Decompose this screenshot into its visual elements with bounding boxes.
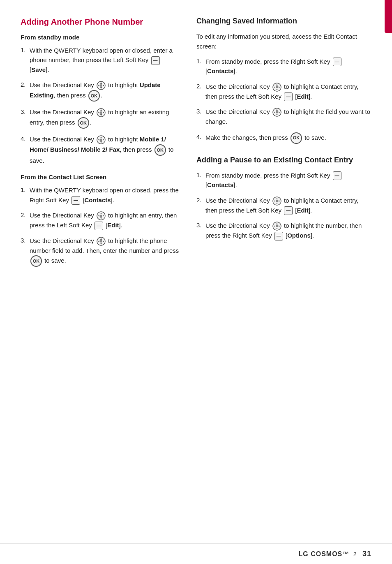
step-num: 4.: [21, 134, 30, 144]
step-num: 1.: [21, 46, 30, 55]
brand-text: LG COSMOS: [298, 550, 342, 557]
directional-key-icon: [97, 108, 106, 117]
step-num: 4.: [196, 132, 205, 142]
left-soft-key-icon: —: [284, 206, 293, 215]
edit-label: Edit: [297, 207, 309, 214]
step-text: Use the Directional Key to highlight an …: [30, 210, 180, 230]
step-num: 1.: [21, 185, 30, 195]
step-num: 2.: [21, 210, 30, 220]
right-soft-key-icon: —: [274, 232, 283, 240]
step-text: With the QWERTY keyboard open or closed,…: [30, 185, 180, 205]
edit-label: Edit: [297, 93, 309, 100]
step-text: Use the Directional Key to highlight the…: [205, 107, 371, 126]
page-footer: LG COSMOS™ 2 31: [0, 543, 392, 564]
ok-key-icon: OK: [88, 90, 100, 102]
right-soft-key-icon: —: [71, 196, 80, 205]
svg-point-35: [276, 86, 278, 88]
right-s1-step-2: 2. Use the Directional Key to highlight …: [196, 82, 371, 102]
right-s1-step-1: 1. From standby mode, press the Right So…: [196, 57, 371, 76]
step-num: 2.: [196, 82, 205, 91]
left-soft-key-icon: —: [151, 56, 160, 65]
svg-point-23: [100, 215, 102, 217]
left-step-3: 3. Use the Directional Key to highlight …: [21, 107, 180, 129]
step-num: 2.: [21, 80, 30, 90]
ok-key-icon: OK: [30, 255, 42, 267]
footer-brand: LG COSMOS™ 2 31: [298, 550, 371, 558]
directional-key-icon: [97, 211, 106, 220]
directional-key-icon: [272, 196, 281, 206]
step-num: 3.: [196, 221, 205, 230]
left-step-4: 4. Use the Directional Key to highlight …: [21, 134, 180, 165]
svg-point-41: [276, 111, 278, 113]
step-num: 1.: [196, 57, 205, 66]
left-standby-steps: 1. With the QWERTY keyboard open or clos…: [21, 46, 180, 165]
step-text: Use the Directional Key to highlight Mob…: [30, 134, 180, 165]
svg-point-17: [100, 139, 102, 141]
svg-point-11: [100, 111, 102, 114]
step-text: With the QWERTY keyboard open or closed,…: [30, 46, 180, 74]
from-standby-heading: From standby mode: [21, 34, 180, 41]
step-text: Use the Directional Key to highlight a C…: [205, 82, 371, 102]
contacts-label: Contacts: [207, 67, 233, 74]
left-soft-key-icon: —: [95, 222, 103, 230]
directional-key-icon: [272, 108, 281, 117]
right-column: Changing Saved Information To edit any i…: [188, 0, 392, 564]
step-text: Use the Directional Key to highlight a C…: [205, 196, 371, 215]
right-s2-step-2: 2. Use the Directional Key to highlight …: [196, 196, 371, 215]
ok-key-icon: OK: [154, 144, 166, 156]
svg-point-29: [100, 240, 102, 243]
right-section2-steps: 1. From standby mode, press the Right So…: [196, 171, 371, 240]
step-text: Use the Directional Key to highlight an …: [30, 107, 180, 129]
left-section-title: Adding Another Phone Number: [21, 16, 180, 27]
right-section1-steps: 1. From standby mode, press the Right So…: [196, 57, 371, 144]
model-text: 2: [353, 551, 357, 557]
right-s2-step-1: 1. From standby mode, press the Right So…: [196, 171, 371, 190]
from-contact-list-heading: From the Contact List Screen: [21, 173, 180, 180]
directional-key-icon: [97, 237, 106, 246]
directional-key-icon: [272, 83, 281, 92]
step-text: Use the Directional Key to highlight the…: [30, 236, 180, 267]
right-s1-step-4: 4. Make the changes, then press OK to sa…: [196, 132, 371, 144]
step-num: 1.: [196, 171, 205, 180]
svg-point-53: [276, 225, 278, 227]
ok-key-icon: OK: [78, 117, 89, 129]
step-text: Make the changes, then press OK to save.: [205, 132, 371, 144]
trademark-symbol: ™: [342, 550, 349, 557]
ok-key-icon: OK: [291, 132, 302, 144]
right-soft-key-icon: —: [333, 58, 341, 66]
right-s1-step-3: 3. Use the Directional Key to highlight …: [196, 107, 371, 126]
save-label: Save: [31, 66, 46, 73]
left-contact-step-1: 1. With the QWERTY keyboard open or clos…: [21, 185, 180, 205]
adding-pause-title: Adding a Pause to an Existing Contact En…: [196, 155, 371, 165]
step-num: 2.: [196, 196, 205, 205]
red-tab: [385, 0, 392, 33]
left-step-2: 2. Use the Directional Key to highlight …: [21, 80, 180, 102]
page-number: 31: [362, 550, 371, 558]
left-contact-step-3: 3. Use the Directional Key to highlight …: [21, 236, 180, 267]
left-contact-list-steps: 1. With the QWERTY keyboard open or clos…: [21, 185, 180, 267]
right-s2-step-3: 3. Use the Directional Key to highlight …: [196, 221, 371, 240]
left-step-1: 1. With the QWERTY keyboard open or clos…: [21, 46, 180, 74]
options-label: Options: [287, 232, 311, 239]
changing-saved-title: Changing Saved Information: [196, 16, 371, 26]
step-text: Use the Directional Key to highlight the…: [205, 221, 371, 240]
edit-label: Edit: [107, 222, 119, 229]
svg-point-5: [100, 84, 102, 87]
step-text: From standby mode, press the Right Soft …: [205, 57, 371, 76]
left-contact-step-2: 2. Use the Directional Key to highlight …: [21, 210, 180, 230]
directional-key-icon: [272, 222, 281, 231]
step-text: Use the Directional Key to highlight Upd…: [30, 80, 180, 102]
directional-key-icon: [97, 135, 106, 144]
left-column: Adding Another Phone Number From standby…: [0, 0, 188, 564]
contacts-label: Contacts: [84, 196, 111, 203]
step-text: From standby mode, press the Right Soft …: [205, 171, 371, 190]
contacts-label: Contacts: [207, 181, 233, 188]
left-soft-key-icon: —: [284, 92, 293, 101]
page-container: Adding Another Phone Number From standby…: [0, 0, 392, 564]
right-soft-key-icon: —: [333, 171, 341, 180]
step-num: 3.: [21, 236, 30, 245]
step-num: 3.: [21, 107, 30, 117]
directional-key-icon: [97, 81, 106, 90]
changing-saved-intro: To edit any information you stored, acce…: [196, 32, 371, 51]
step-num: 3.: [196, 107, 205, 116]
